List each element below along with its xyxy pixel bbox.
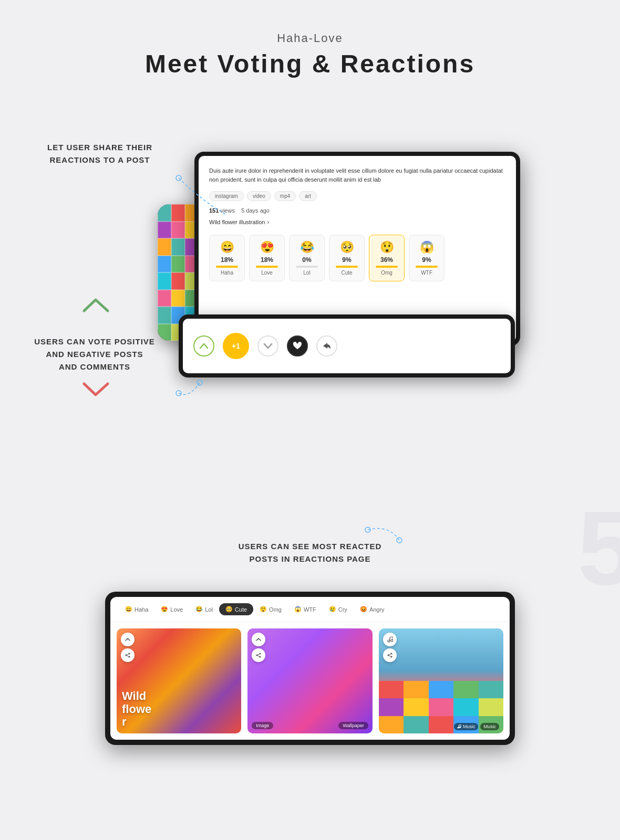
cute-emoji: 🥺 xyxy=(340,240,354,254)
share-action-2[interactable] xyxy=(252,648,265,662)
svg-point-3 xyxy=(365,527,370,532)
post-link-text: Wild flower illustration xyxy=(209,219,265,225)
nav-love[interactable]: 😍 Love xyxy=(154,603,189,615)
svg-line-27 xyxy=(459,725,461,726)
downvote-button[interactable] xyxy=(257,335,278,356)
views-row: 151 views 5 days ago xyxy=(209,207,505,214)
haha-pct: 18% xyxy=(221,256,233,264)
haha-bar xyxy=(216,266,238,268)
upvote-arrow xyxy=(81,296,110,317)
reaction-lol[interactable]: 😂 0% Lol xyxy=(289,235,325,281)
wtf-emoji: 😱 xyxy=(420,240,434,254)
post-card-2-bg xyxy=(247,628,372,733)
haha-nav-label: Haha xyxy=(135,606,148,613)
cute-bar xyxy=(336,266,358,268)
post-card-3[interactable]: Music Music xyxy=(379,628,503,733)
nav-wtf[interactable]: 😱 WTF xyxy=(288,603,323,615)
post-2-tag-wallpaper: Wallpaper xyxy=(338,722,368,729)
nav-angry[interactable]: 😡 Angry xyxy=(354,603,391,615)
love-bar xyxy=(256,266,278,268)
share-action-1[interactable] xyxy=(121,648,135,662)
header: Haha-Love Meet Voting & Reactions xyxy=(0,0,620,99)
chevron-right-icon: › xyxy=(267,219,269,225)
reaction-wtf[interactable]: 😱 9% WTF xyxy=(409,235,445,281)
header-subtitle: Haha-Love xyxy=(0,32,620,45)
post-card-1-bg: Wildflower xyxy=(117,628,241,733)
angry-nav-label: Angry xyxy=(369,606,385,613)
haha-nav-emoji: 😄 xyxy=(125,606,132,613)
tablet-bottom-screen: 😄 Haha 😍 Love 😂 Lol 🥺 Cute 😲 Omg xyxy=(110,597,510,740)
posts-grid: Wildflower xyxy=(110,622,510,740)
reaction-love[interactable]: 😍 18% Love xyxy=(249,235,285,281)
love-label: Love xyxy=(261,270,273,276)
angry-nav-emoji: 😡 xyxy=(360,606,367,613)
reaction-haha[interactable]: 😄 18% Haha xyxy=(209,235,245,281)
lol-bar xyxy=(296,266,318,268)
views-count: 151 xyxy=(209,207,219,214)
music-badge-2: Music xyxy=(480,723,499,730)
svg-line-9 xyxy=(126,655,129,657)
cry-nav-label: Cry xyxy=(338,606,347,613)
post-2-tag-image: Image xyxy=(252,722,273,729)
tablet-voting: +1 xyxy=(179,314,515,377)
nav-haha[interactable]: 😄 Haha xyxy=(119,603,154,615)
post-card-1[interactable]: Wildflower xyxy=(117,628,241,733)
cute-pct: 9% xyxy=(342,256,351,264)
lol-pct: 0% xyxy=(302,256,311,264)
tablet-voting-screen: +1 xyxy=(183,319,511,373)
svg-line-8 xyxy=(126,654,129,655)
lol-label: Lol xyxy=(303,270,310,276)
post-card-2-actions xyxy=(252,633,265,662)
wtf-bar xyxy=(416,266,438,268)
tablet-reactions-screen: Duis aute irure dolor in reprehenderit i… xyxy=(199,156,516,342)
upvote-button[interactable] xyxy=(193,335,214,356)
reaction-omg[interactable]: 😲 36% Omg xyxy=(369,235,405,281)
love-pct: 18% xyxy=(261,256,273,264)
upvote-action-1[interactable] xyxy=(121,633,135,646)
love-nav-label: Love xyxy=(170,606,183,613)
reaction-cute[interactable]: 🥺 9% Cute xyxy=(329,235,365,281)
vote-score[interactable]: +1 xyxy=(223,333,249,359)
tablet-bottom: 😄 Haha 😍 Love 😂 Lol 🥺 Cute 😲 Omg xyxy=(105,592,515,745)
cute-label: Cute xyxy=(341,270,352,276)
post-card-1-actions xyxy=(121,633,135,662)
svg-line-24 xyxy=(388,655,391,657)
tag-mp4: mp4 xyxy=(274,191,296,201)
post-link[interactable]: Wild flower illustration › xyxy=(209,219,505,225)
lol-nav-emoji: 😂 xyxy=(195,606,203,613)
love-nav-emoji: 😍 xyxy=(161,606,168,613)
music-icon-3 xyxy=(383,633,397,646)
svg-point-1 xyxy=(176,391,181,396)
post-card-3-meta: Music Music xyxy=(454,723,499,730)
tags-container: instagram video mp4 art xyxy=(209,191,505,201)
views-label: views xyxy=(220,207,235,214)
nav-lol[interactable]: 😂 Lol xyxy=(189,603,219,615)
reactions-grid: 😄 18% Haha 😍 18% Love 😂 0% Lol xyxy=(209,235,505,281)
post-card-2[interactable]: Image Wallpaper xyxy=(247,628,372,733)
section2: 5 USERS CAN SEE MOST REACTEDPOSTS IN REA… xyxy=(0,477,620,745)
post-description: Duis aute irure dolor in reprehenderit i… xyxy=(209,166,505,184)
upvote-action-2[interactable] xyxy=(252,633,265,646)
wtf-nav-label: WTF xyxy=(304,606,316,613)
section1: LET USER SHARE THEIRREACTIONS TO A POST … xyxy=(0,110,620,477)
label-voting: USERS CAN VOTE POSITIVEAND NEGATIVE POST… xyxy=(16,335,173,373)
wtf-label: WTF xyxy=(421,270,432,276)
share-action-3[interactable] xyxy=(383,648,397,662)
omg-nav-label: Omg xyxy=(269,606,282,613)
tag-art: art xyxy=(299,191,317,201)
share-button[interactable] xyxy=(316,335,337,356)
wtf-nav-emoji: 😱 xyxy=(294,606,302,613)
omg-emoji: 😲 xyxy=(380,240,394,254)
nav-omg[interactable]: 😲 Omg xyxy=(253,603,288,615)
omg-bar xyxy=(376,266,398,268)
nav-cute[interactable]: 🥺 Cute xyxy=(219,603,253,615)
heart-button[interactable] xyxy=(287,335,308,356)
svg-line-13 xyxy=(257,654,260,655)
love-emoji: 😍 xyxy=(260,240,274,254)
lol-nav-label: Lol xyxy=(205,606,213,613)
svg-line-19 xyxy=(390,637,393,637)
nav-cry[interactable]: 😢 Cry xyxy=(323,603,354,615)
wtf-pct: 9% xyxy=(422,256,431,264)
reactions-nav: 😄 Haha 😍 Love 😂 Lol 🥺 Cute 😲 Omg xyxy=(110,597,510,622)
haha-emoji: 😄 xyxy=(220,240,234,254)
